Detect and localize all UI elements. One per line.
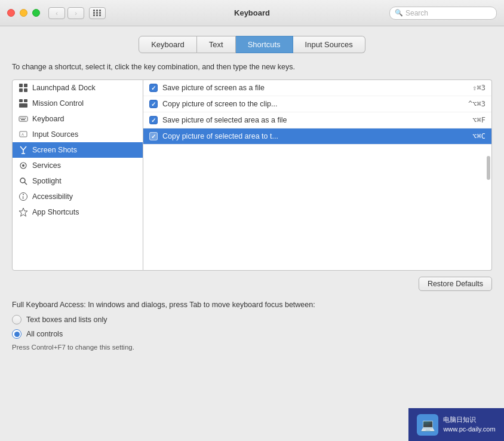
keyboard-access-hint: Press Control+F7 to change this setting. bbox=[12, 344, 492, 351]
restore-defaults-button[interactable]: Restore Defaults bbox=[419, 277, 492, 291]
checkbox-save-area-file[interactable] bbox=[149, 116, 158, 124]
traffic-lights bbox=[7, 9, 40, 17]
svg-rect-0 bbox=[19, 84, 23, 87]
sidebar-item-mission-control[interactable]: Mission Control bbox=[13, 96, 143, 111]
svg-point-24 bbox=[23, 194, 24, 195]
shortcut-key-save-area-file: ⌥⌘F bbox=[472, 116, 485, 124]
shortcut-label-copy-screen-clip: Copy picture of screen to the clip... bbox=[162, 100, 463, 108]
keyboard-icon bbox=[19, 114, 28, 124]
instructions-text: To change a shortcut, select it, click t… bbox=[12, 63, 492, 71]
sidebar-item-keyboard[interactable]: Keyboard bbox=[13, 111, 143, 127]
checkbox-copy-area-clip[interactable] bbox=[149, 132, 158, 140]
svg-rect-7 bbox=[19, 117, 27, 121]
svg-point-19 bbox=[22, 164, 24, 167]
checkbox-copy-screen-clip[interactable] bbox=[149, 100, 158, 108]
svg-line-21 bbox=[24, 182, 27, 185]
search-box[interactable]: 🔍 bbox=[389, 7, 497, 20]
main-content: Keyboard Text Shortcuts Input Sources To… bbox=[0, 26, 504, 441]
close-button[interactable] bbox=[7, 9, 15, 17]
watermark-text: 电脑日知识 www.pc-daily.com bbox=[443, 415, 495, 434]
svg-line-15 bbox=[23, 146, 26, 150]
checkbox-save-screen-file[interactable] bbox=[149, 84, 158, 92]
content-layout: Launchpad & Dock Mission Control Keyboar… bbox=[12, 79, 492, 271]
keyboard-access-section: Full Keyboard Access: In windows and dia… bbox=[12, 301, 492, 351]
shortcut-label-save-area-file: Save picture of selected area as a file bbox=[162, 116, 468, 124]
shortcut-copy-area-clip[interactable]: Copy picture of selected area to t... ⌥⌘… bbox=[143, 128, 491, 145]
back-button[interactable]: ‹ bbox=[48, 7, 65, 19]
watermark-icon: 💻 bbox=[417, 414, 438, 436]
sidebar-label-keyboard: Keyboard bbox=[32, 115, 64, 123]
sidebar-item-app-shortcuts[interactable]: App Shortcuts bbox=[13, 204, 143, 220]
minimize-button[interactable] bbox=[20, 9, 27, 17]
sidebar-label-launchpad-dock: Launchpad & Dock bbox=[32, 84, 96, 92]
shortcuts-panel: Save picture of screen as a file ⇧⌘3 Cop… bbox=[143, 79, 492, 271]
services-icon bbox=[19, 161, 28, 170]
radio-group: Text boxes and lists only All controls bbox=[12, 315, 492, 339]
svg-rect-2 bbox=[19, 88, 23, 92]
title-bar: ‹ › Keyboard 🔍 bbox=[0, 0, 504, 26]
screen-shots-icon bbox=[19, 145, 28, 155]
sidebar-item-accessibility[interactable]: i Accessibility bbox=[13, 189, 143, 204]
svg-rect-3 bbox=[24, 88, 27, 92]
shortcut-save-area-file[interactable]: Save picture of selected area as a file … bbox=[143, 112, 491, 128]
accessibility-icon: i bbox=[19, 192, 28, 201]
tab-shortcuts[interactable]: Shortcuts bbox=[236, 36, 293, 53]
svg-point-20 bbox=[20, 178, 25, 183]
svg-rect-5 bbox=[24, 99, 27, 102]
sidebar: Launchpad & Dock Mission Control Keyboar… bbox=[12, 79, 143, 271]
tab-keyboard[interactable]: Keyboard bbox=[139, 36, 197, 53]
shortcut-copy-screen-clip[interactable]: Copy picture of screen to the clip... ^⌥… bbox=[143, 96, 491, 112]
keyboard-access-heading: Full Keyboard Access: In windows and dia… bbox=[12, 301, 492, 309]
radio-item-all-controls[interactable]: All controls bbox=[12, 329, 492, 339]
watermark-line1: 电脑日知识 bbox=[443, 415, 495, 424]
mission-control-icon bbox=[19, 99, 28, 108]
sidebar-label-spotlight: Spotlight bbox=[32, 177, 62, 185]
sidebar-label-screen-shots: Screen Shots bbox=[32, 146, 77, 154]
sidebar-item-input-sources[interactable]: A Input Sources bbox=[13, 127, 143, 142]
tab-text[interactable]: Text bbox=[197, 36, 236, 53]
spotlight-icon bbox=[19, 176, 28, 186]
grid-view-button[interactable] bbox=[89, 7, 106, 19]
launchpad-dock-icon bbox=[19, 83, 28, 93]
sidebar-label-input-sources: Input Sources bbox=[32, 130, 78, 139]
shortcut-save-screen-file[interactable]: Save picture of screen as a file ⇧⌘3 bbox=[143, 80, 491, 96]
sidebar-item-screen-shots[interactable]: Screen Shots bbox=[13, 142, 143, 158]
svg-rect-1 bbox=[24, 84, 27, 87]
radio-item-text-boxes[interactable]: Text boxes and lists only bbox=[12, 315, 492, 324]
tab-input-sources[interactable]: Input Sources bbox=[293, 36, 365, 53]
scroll-indicator bbox=[487, 156, 490, 180]
shortcut-key-copy-area-clip: ⌥⌘C bbox=[472, 132, 485, 140]
app-shortcuts-icon bbox=[19, 207, 28, 217]
sidebar-label-accessibility: Accessibility bbox=[32, 192, 73, 201]
bottom-bar: Restore Defaults bbox=[12, 277, 492, 291]
shortcut-label-copy-area-clip: Copy picture of selected area to t... bbox=[162, 132, 468, 140]
radio-label-all-controls: All controls bbox=[26, 330, 63, 338]
sidebar-label-services: Services bbox=[32, 161, 61, 170]
tab-bar: Keyboard Text Shortcuts Input Sources bbox=[12, 36, 492, 53]
watermark-line2: www.pc-daily.com bbox=[443, 425, 495, 434]
sidebar-item-spotlight[interactable]: Spotlight bbox=[13, 173, 143, 189]
watermark: 💻 电脑日知识 www.pc-daily.com bbox=[408, 408, 504, 441]
svg-line-14 bbox=[20, 146, 23, 150]
maximize-button[interactable] bbox=[32, 9, 40, 17]
radio-btn-all-controls[interactable] bbox=[12, 329, 21, 339]
svg-rect-4 bbox=[19, 99, 23, 102]
svg-rect-6 bbox=[19, 103, 27, 108]
search-icon: 🔍 bbox=[395, 9, 403, 17]
svg-rect-8 bbox=[20, 118, 21, 119]
sidebar-item-launchpad-dock[interactable]: Launchpad & Dock bbox=[13, 80, 143, 96]
sidebar-label-app-shortcuts: App Shortcuts bbox=[32, 208, 79, 216]
nav-buttons: ‹ › bbox=[48, 7, 84, 19]
forward-button[interactable]: › bbox=[67, 7, 84, 19]
svg-rect-10 bbox=[24, 118, 26, 119]
svg-rect-9 bbox=[23, 118, 24, 119]
shortcut-key-save-screen-file: ⇧⌘3 bbox=[472, 84, 485, 92]
svg-text:A: A bbox=[21, 133, 24, 136]
shortcut-label-save-screen-file: Save picture of screen as a file bbox=[162, 84, 468, 92]
radio-btn-text-boxes[interactable] bbox=[12, 315, 21, 324]
window-title: Keyboard bbox=[234, 8, 270, 17]
input-sources-icon: A bbox=[19, 130, 28, 139]
sidebar-item-services[interactable]: Services bbox=[13, 158, 143, 173]
radio-label-text-boxes: Text boxes and lists only bbox=[26, 316, 107, 324]
search-input[interactable] bbox=[405, 9, 491, 17]
